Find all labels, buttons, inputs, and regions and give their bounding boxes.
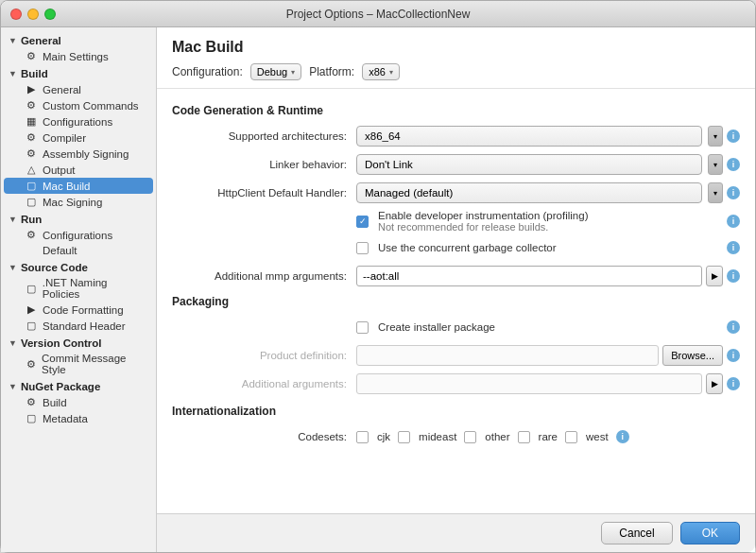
- pkg-args-run-button[interactable]: ▶: [706, 373, 723, 394]
- gear-icon: ⚙: [25, 131, 38, 144]
- chevron-down-icon: ▾: [389, 68, 393, 77]
- product-def-row: Product definition: Browse... i: [172, 344, 740, 367]
- main-body: Code Generation & Runtime Supported arch…: [157, 89, 755, 513]
- rare-checkbox[interactable]: [518, 431, 530, 443]
- product-def-info-icon[interactable]: i: [727, 349, 740, 362]
- sidebar-item-custom-commands[interactable]: ⚙ Custom Commands: [4, 97, 153, 113]
- architectures-dropdown-arrow[interactable]: ▾: [708, 126, 723, 147]
- installer-label: Create installer package: [378, 321, 723, 333]
- sidebar-item-run-configurations[interactable]: ⚙ Configurations: [4, 227, 153, 243]
- codeset-mideast: mideast: [398, 431, 456, 443]
- sidebar-item-code-formatting[interactable]: ▶ Code Formatting: [4, 302, 153, 318]
- gc-info-icon[interactable]: i: [727, 241, 740, 254]
- architectures-control: x86_64 ▾ i: [356, 126, 740, 147]
- code-gen-section-title: Code Generation & Runtime: [172, 104, 740, 117]
- installer-info-icon[interactable]: i: [727, 320, 740, 334]
- gear-icon: ⚙: [25, 396, 38, 408]
- installer-checkbox[interactable]: [356, 321, 369, 334]
- west-checkbox[interactable]: [565, 431, 577, 443]
- platform-select[interactable]: x86 ▾: [362, 63, 400, 80]
- packaging-section-title: Packaging: [172, 295, 740, 308]
- sidebar-section-general: ▼ General ⚙ Main Settings: [1, 33, 156, 64]
- architectures-row: Supported architectures: x86_64 ▾ i: [172, 125, 740, 147]
- httpclient-dropdown-arrow[interactable]: ▾: [708, 182, 723, 203]
- sidebar-group-build[interactable]: ▼ Build: [1, 66, 156, 81]
- sidebar-item-compiler[interactable]: ⚙ Compiler: [4, 130, 153, 146]
- httpclient-info-icon[interactable]: i: [727, 186, 740, 199]
- gc-checkbox[interactable]: [356, 242, 369, 254]
- codeset-cjk: cjk: [356, 431, 390, 443]
- linker-dropdown[interactable]: Don't Link: [356, 154, 702, 175]
- linker-control: Don't Link ▾ i: [356, 154, 740, 175]
- product-def-control: Browse... i: [356, 345, 740, 366]
- sidebar-group-version-control[interactable]: ▼ Version Control: [1, 336, 156, 351]
- sidebar-section-version-control: ▼ Version Control ⚙ Commit Message Style: [1, 336, 156, 377]
- sidebar-item-net-naming[interactable]: ▢ .NET Naming Policies: [4, 275, 153, 302]
- configuration-select[interactable]: Debug ▾: [250, 63, 301, 80]
- sidebar-section-source-code: ▼ Source Code ▢ .NET Naming Policies ▶ C…: [1, 260, 156, 334]
- play-icon: ▶: [25, 303, 38, 316]
- gear-icon: ⚙: [25, 147, 38, 160]
- sidebar-item-configurations[interactable]: ▦ Configurations: [4, 113, 153, 130]
- sidebar-item-nuget-build[interactable]: ⚙ Build: [4, 394, 153, 410]
- gc-control: Use the concurrent garbage collector i: [356, 241, 740, 254]
- dev-instrumentation-checkbox[interactable]: ✓: [356, 216, 369, 228]
- sidebar-group-nuget[interactable]: ▼ NuGet Package: [1, 379, 156, 394]
- box-icon: ▢: [25, 180, 38, 192]
- footer: Cancel OK: [157, 513, 755, 552]
- browse-button[interactable]: Browse...: [662, 345, 723, 366]
- sidebar-item-general[interactable]: ▶ General: [4, 81, 153, 97]
- dev-instrumentation-row: ✓ Enable developer instrumentation (prof…: [172, 210, 740, 233]
- sidebar-group-run[interactable]: ▼ Run: [1, 212, 156, 227]
- codesets-info-icon[interactable]: i: [616, 430, 629, 443]
- sidebar-group-source-code[interactable]: ▼ Source Code: [1, 260, 156, 275]
- sidebar-item-metadata[interactable]: ▢ Metadata: [4, 410, 153, 426]
- play-icon: ▶: [25, 83, 38, 95]
- mmp-control: ▶ i: [356, 266, 740, 286]
- dev-instrumentation-sublabel: Not recommended for release builds.: [378, 221, 588, 233]
- sidebar-item-commit-message[interactable]: ⚙ Commit Message Style: [4, 351, 153, 377]
- mmp-run-button[interactable]: ▶: [706, 266, 723, 286]
- mmp-info-icon[interactable]: i: [727, 269, 740, 283]
- mideast-checkbox[interactable]: [398, 431, 410, 443]
- cancel-button[interactable]: Cancel: [601, 522, 672, 544]
- gear-icon: ⚙: [25, 358, 37, 371]
- cjk-checkbox[interactable]: [356, 431, 369, 443]
- sidebar-item-default[interactable]: Default: [4, 243, 153, 258]
- dev-instrumentation-info-icon[interactable]: i: [727, 215, 740, 228]
- chevron-down-icon: ▾: [291, 68, 295, 77]
- sidebar-item-mac-signing[interactable]: ▢ Mac Signing: [4, 194, 153, 210]
- sidebar-item-main-settings[interactable]: ⚙ Main Settings: [4, 48, 153, 64]
- linker-label: Linker behavior:: [172, 159, 356, 170]
- linker-info-icon[interactable]: i: [727, 158, 740, 171]
- linker-dropdown-arrow[interactable]: ▾: [708, 154, 723, 175]
- codesets-options: cjk mideast other rare: [356, 430, 740, 443]
- pkg-args-info-icon[interactable]: i: [727, 377, 740, 390]
- ok-button[interactable]: OK: [680, 522, 740, 544]
- mmp-input[interactable]: [356, 266, 702, 286]
- sidebar-group-general[interactable]: ▼ General: [1, 33, 156, 48]
- codeset-west: west: [565, 431, 609, 443]
- product-def-input[interactable]: [356, 345, 659, 366]
- pkg-args-control: ▶ i: [356, 373, 740, 394]
- arrow-icon: ▼: [9, 338, 17, 348]
- maximize-button[interactable]: [44, 9, 56, 20]
- minimize-button[interactable]: [27, 9, 39, 20]
- architectures-dropdown[interactable]: x86_64: [356, 126, 702, 147]
- sidebar-item-output[interactable]: △ Output: [4, 162, 153, 178]
- platform-label: Platform:: [309, 65, 354, 78]
- sidebar-item-assembly-signing[interactable]: ⚙ Assembly Signing: [4, 146, 153, 162]
- httpclient-dropdown[interactable]: Managed (default): [356, 182, 702, 203]
- httpclient-row: HttpClient Default Handler: Managed (def…: [172, 181, 740, 204]
- grid-icon: ▦: [25, 115, 38, 128]
- box-icon: ▢: [25, 283, 38, 295]
- sidebar-item-standard-header[interactable]: ▢ Standard Header: [4, 318, 153, 334]
- other-checkbox[interactable]: [464, 431, 476, 443]
- window: Project Options – MacCollectionNew ▼ Gen…: [0, 0, 756, 553]
- gear-icon: ⚙: [25, 50, 38, 62]
- close-button[interactable]: [10, 9, 22, 20]
- sidebar-item-mac-build[interactable]: ▢ Mac Build: [4, 178, 153, 194]
- pkg-args-input[interactable]: [356, 373, 702, 394]
- architectures-info-icon[interactable]: i: [727, 130, 740, 143]
- pkg-args-row: Additional arguments: ▶ i: [172, 372, 740, 395]
